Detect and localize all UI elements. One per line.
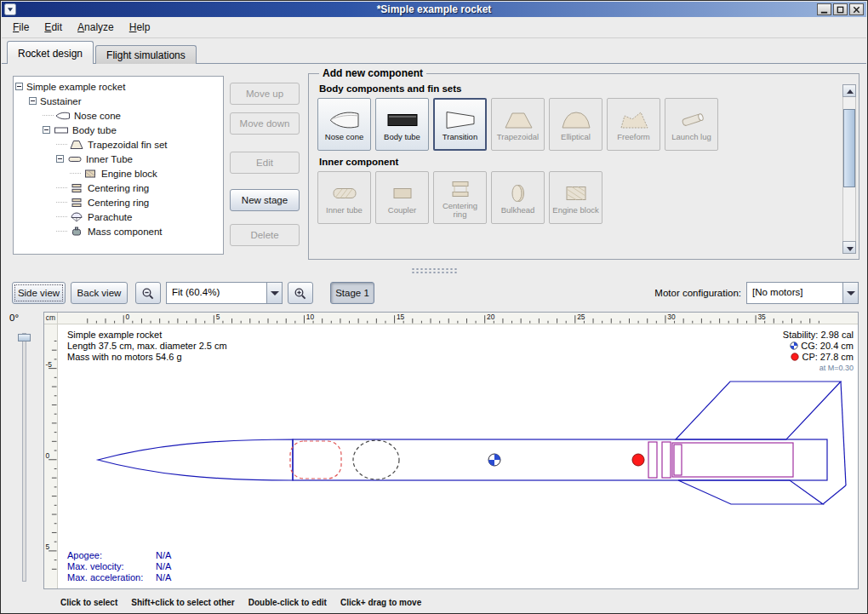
- tree-item-trapezoidal-fin-set[interactable]: Trapezoidal fin set: [14, 137, 223, 152]
- add-transition-button[interactable]: Transition: [433, 98, 487, 151]
- component-scrollbar[interactable]: [842, 84, 856, 254]
- mach-note: at M=0.30: [783, 363, 854, 374]
- tree-expander-icon[interactable]: [56, 155, 64, 163]
- add-trapezoidal-button[interactable]: Trapezoidal: [491, 98, 545, 151]
- cg-value: CG: 20.4 cm: [801, 341, 854, 351]
- fin-upper-outline[interactable]: [676, 382, 841, 439]
- tree-item-nose-cone[interactable]: Nose cone: [14, 108, 223, 123]
- add-centering-ring-button[interactable]: Centering ring: [433, 171, 487, 224]
- tree-item-simple-example-rocket[interactable]: Simple example rocket: [14, 79, 223, 94]
- rotation-slider[interactable]: [22, 333, 26, 582]
- component-button-row: Inner tubeCouplerCentering ringBulkheadE…: [317, 171, 837, 224]
- tree-connector: [56, 187, 67, 188]
- add-launch-lug-button[interactable]: Launch lug: [665, 98, 718, 151]
- parachute-outline[interactable]: [290, 441, 341, 479]
- fin-icon: [69, 140, 84, 150]
- tree-connector: [56, 231, 67, 232]
- split-pane-divider[interactable]: [2, 264, 866, 278]
- menu-file[interactable]: File: [5, 18, 37, 37]
- flight-stat-label: Max. velocity:: [67, 561, 156, 572]
- flight-stat-label: Max. acceleration:: [67, 572, 156, 583]
- scroll-up-button[interactable]: [842, 84, 856, 97]
- close-button[interactable]: [849, 3, 864, 15]
- side-view-button[interactable]: Side view: [12, 282, 66, 304]
- tree-item-body-tube[interactable]: Body tube: [14, 123, 223, 137]
- component-button-label: Freeform: [617, 133, 650, 141]
- svg-text:0: 0: [45, 451, 49, 460]
- centering-ring-outline-1[interactable]: [648, 442, 657, 478]
- rocket-drawing-area[interactable]: Simple example rocket Length 37.5 cm, ma…: [58, 324, 858, 588]
- tree-expander-icon[interactable]: [43, 126, 50, 134]
- chevron-down-icon[interactable]: [266, 283, 282, 303]
- chevron-down-icon[interactable]: [842, 283, 858, 303]
- engine-block-outline[interactable]: [674, 445, 682, 475]
- parachute-icon: [69, 212, 84, 222]
- zoom-out-button[interactable]: [135, 282, 161, 304]
- zoom-select[interactable]: Fit (60.4%): [166, 282, 283, 304]
- component-button-label: Transition: [443, 133, 477, 141]
- title-bar[interactable]: *Simple example rocket: [2, 2, 866, 17]
- minimize-button[interactable]: [817, 3, 831, 15]
- tree-item-label: Trapezoidal fin set: [88, 140, 168, 150]
- tree-expander-icon[interactable]: [15, 83, 23, 90]
- add-bulkhead-button[interactable]: Bulkhead: [491, 171, 545, 224]
- tab-rocket-design[interactable]: Rocket design: [7, 41, 94, 64]
- tree-item-inner-tube[interactable]: Inner Tube: [14, 152, 223, 166]
- divider-grip-icon: [411, 267, 457, 275]
- tree-item-label: Inner Tube: [86, 154, 133, 164]
- centering-ring-outline-2[interactable]: [662, 442, 671, 478]
- move-down-button[interactable]: Move down: [230, 112, 300, 135]
- add-freeform-button[interactable]: Freeform: [607, 98, 660, 151]
- add-inner-tube-button[interactable]: Inner tube: [317, 171, 371, 224]
- scrollbar-thumb[interactable]: [843, 109, 855, 187]
- status-bar: Click to selectShift+click to select oth…: [1, 591, 867, 613]
- scroll-down-button[interactable]: [842, 241, 856, 254]
- add-coupler-button[interactable]: Coupler: [375, 171, 429, 224]
- add-elliptical-button[interactable]: Elliptical: [549, 98, 602, 151]
- bulkhead-icon: [501, 181, 535, 205]
- vertical-ruler: -505: [44, 324, 58, 588]
- rotation-angle-label: 0°: [9, 313, 19, 323]
- edit-button[interactable]: Edit: [230, 152, 300, 174]
- flight-stat-row: Max. acceleration:N/A: [67, 572, 171, 583]
- component-tree[interactable]: Simple example rocketSustainerNose coneB…: [13, 76, 224, 255]
- tree-item-mass-component[interactable]: Mass component: [14, 224, 223, 238]
- app-window: *Simple example rocket FileEditAnalyzeHe…: [0, 0, 868, 614]
- add-engine-block-button[interactable]: Engine block: [549, 171, 602, 224]
- maximize-button[interactable]: [833, 3, 848, 15]
- tree-item-label: Parachute: [88, 212, 132, 222]
- scrollbar-track[interactable]: [842, 97, 856, 241]
- zoom-value: Fit (60.4%): [167, 283, 266, 303]
- tree-expander-icon[interactable]: [29, 97, 37, 105]
- svg-text:35: 35: [757, 313, 766, 321]
- tree-item-centering-ring[interactable]: Centering ring: [14, 195, 223, 209]
- motor-configuration-select[interactable]: [No motors]: [746, 282, 859, 304]
- back-view-button[interactable]: Back view: [71, 282, 128, 304]
- new-stage-button[interactable]: New stage: [230, 189, 300, 211]
- fin-lower-outline[interactable]: [678, 480, 823, 504]
- inner-tube-outline[interactable]: [672, 443, 793, 477]
- svg-text:-5: -5: [45, 360, 52, 369]
- body-tube-outline[interactable]: [293, 439, 827, 480]
- motor-configuration-value: [No motors]: [747, 283, 842, 303]
- tree-item-parachute[interactable]: Parachute: [14, 209, 223, 224]
- menu-help[interactable]: Help: [122, 18, 158, 37]
- tree-item-sustainer[interactable]: Sustainer: [14, 94, 223, 108]
- move-up-button[interactable]: Move up: [230, 83, 300, 105]
- tab-flight-simulations[interactable]: Flight simulations: [95, 45, 197, 64]
- delete-button[interactable]: Delete: [230, 224, 300, 246]
- menu-analyze[interactable]: Analyze: [70, 18, 122, 37]
- add-body-tube-button[interactable]: Body tube: [375, 98, 429, 151]
- rotation-slider-handle[interactable]: [18, 334, 31, 341]
- component-sections: Body components and fin setsNose coneBod…: [317, 83, 837, 224]
- add-nose-cone-button[interactable]: Nose cone: [317, 98, 371, 151]
- mass-component-outline[interactable]: [353, 440, 399, 479]
- stage-1-toggle[interactable]: Stage 1: [330, 282, 374, 304]
- component-button-label: Centering ring: [436, 202, 484, 219]
- tree-item-engine-block[interactable]: Engine block: [14, 166, 223, 181]
- nose-cone-outline[interactable]: [98, 439, 293, 480]
- tree-item-centering-ring[interactable]: Centering ring: [14, 181, 223, 195]
- menu-edit[interactable]: Edit: [37, 18, 70, 37]
- tree-item-label: Sustainer: [40, 96, 82, 106]
- zoom-in-button[interactable]: [288, 282, 313, 304]
